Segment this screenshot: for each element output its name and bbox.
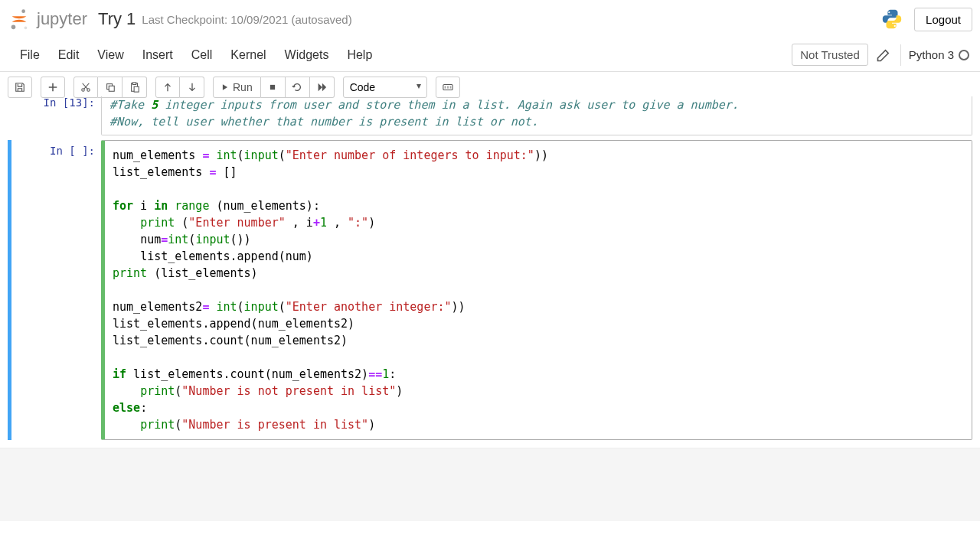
run-label: Run xyxy=(233,81,253,93)
cell-type-select[interactable]: Code xyxy=(343,77,427,98)
prompt: In [ ]: xyxy=(8,140,101,440)
add-cell-button[interactable] xyxy=(41,77,65,98)
brand-text: jupyter xyxy=(37,9,87,29)
python-icon xyxy=(880,8,903,31)
copy-button[interactable] xyxy=(98,77,122,98)
notebook-area: In [13]: #Take 5 integer inputs from use… xyxy=(0,96,980,440)
interrupt-button[interactable] xyxy=(261,77,286,98)
menu-edit[interactable]: Edit xyxy=(49,42,89,68)
menu-widgets[interactable]: Widgets xyxy=(276,42,338,68)
run-button[interactable]: Run xyxy=(213,77,261,98)
save-button[interactable] xyxy=(8,77,32,98)
svg-point-4 xyxy=(894,25,896,27)
code-cell-active[interactable]: In [ ]: num_elements = int(input("Enter … xyxy=(8,140,972,440)
svg-rect-12 xyxy=(270,84,275,89)
paste-button[interactable] xyxy=(122,77,147,98)
code-area[interactable]: #Take 5 integer inputs from user and sto… xyxy=(101,96,972,135)
move-down-button[interactable] xyxy=(180,77,204,98)
svg-rect-11 xyxy=(134,86,139,92)
move-up-button[interactable] xyxy=(155,77,180,98)
menubar: File Edit View Insert Cell Kernel Widget… xyxy=(0,38,980,72)
svg-rect-13 xyxy=(443,84,452,90)
menu-view[interactable]: View xyxy=(88,42,132,68)
svg-rect-10 xyxy=(132,82,136,84)
kernel-indicator-icon xyxy=(959,50,969,60)
command-palette-button[interactable] xyxy=(436,77,460,98)
code-area[interactable]: num_elements = int(input("Enter number o… xyxy=(105,141,972,439)
jupyter-logo-icon[interactable] xyxy=(8,8,31,31)
kernel-name[interactable]: Python 3 xyxy=(909,48,954,61)
menu-kernel[interactable]: Kernel xyxy=(221,42,275,68)
menu-file[interactable]: File xyxy=(11,42,49,68)
restart-button[interactable] xyxy=(286,77,310,98)
trust-badge[interactable]: Not Trusted xyxy=(792,44,868,66)
svg-point-3 xyxy=(888,11,890,13)
menu-insert[interactable]: Insert xyxy=(133,42,182,68)
menu-cell[interactable]: Cell xyxy=(182,42,222,68)
empty-area xyxy=(0,448,980,521)
restart-run-all-button[interactable] xyxy=(310,77,335,98)
svg-point-2 xyxy=(24,26,28,29)
code-cell[interactable]: In [13]: #Take 5 integer inputs from use… xyxy=(8,96,972,135)
pencil-icon[interactable] xyxy=(876,47,891,63)
prompt: In [13]: xyxy=(8,96,101,135)
menu-help[interactable]: Help xyxy=(338,42,381,68)
notebook-title[interactable]: Try 1 xyxy=(98,9,136,29)
svg-point-0 xyxy=(21,9,25,13)
logout-button[interactable]: Logout xyxy=(914,8,972,31)
svg-point-1 xyxy=(11,25,16,30)
svg-rect-8 xyxy=(109,86,114,91)
cut-button[interactable] xyxy=(74,77,98,98)
checkpoint-text: Last Checkpoint: 10/09/2021 (autosaved) xyxy=(142,13,351,26)
header: jupyter Try 1 Last Checkpoint: 10/09/202… xyxy=(0,0,980,38)
